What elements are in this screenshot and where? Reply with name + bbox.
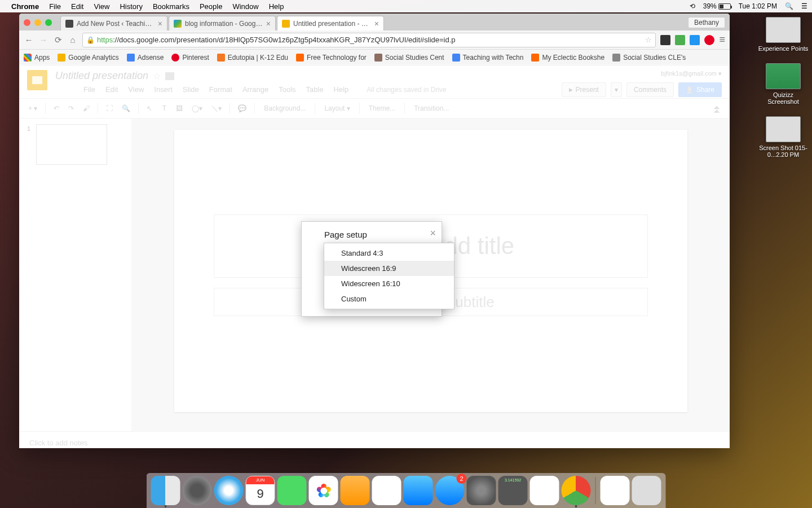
pinterest-extension-icon[interactable] — [704, 35, 714, 45]
dock-finder-icon[interactable] — [151, 476, 180, 505]
tab-close-icon[interactable]: × — [374, 19, 379, 28]
bookmark-item[interactable]: Teaching with Techn — [452, 54, 524, 62]
chrome-profile-button[interactable]: Bethany — [688, 17, 725, 28]
omnibox[interactable]: 🔒 https://docs.google.com/presentation/d… — [82, 33, 656, 47]
dock-keynote-icon[interactable] — [404, 476, 433, 505]
menu-edit[interactable]: Edit — [105, 85, 118, 94]
browser-tab-active[interactable]: Untitled presentation - Goo × — [277, 16, 384, 30]
spotlight-icon[interactable]: 🔍 — [785, 2, 793, 10]
undo-button[interactable]: ↶ — [50, 101, 63, 116]
desktop-file[interactable]: Experience Points — [758, 17, 809, 52]
close-window-button[interactable] — [24, 19, 30, 26]
reload-button[interactable]: ⟳ — [53, 35, 63, 45]
bookmark-item[interactable]: Social Studies CLE's — [612, 54, 686, 62]
menu-format[interactable]: Format — [209, 85, 232, 94]
menu-view[interactable]: View — [128, 85, 144, 94]
back-button[interactable]: ← — [24, 35, 34, 45]
user-email[interactable]: bjfink1s@gmail.com — [661, 70, 722, 77]
star-document-icon[interactable]: ☆ — [153, 71, 161, 81]
menu-tools[interactable]: Tools — [279, 85, 295, 94]
layout-button[interactable]: Layout ▾ — [320, 102, 354, 115]
browser-tab[interactable]: Add New Post ‹ Teaching w × — [60, 16, 167, 30]
dock-settings-icon[interactable] — [467, 476, 496, 505]
document-title[interactable]: Untitled presentation — [55, 70, 148, 82]
background-button[interactable]: Background... — [259, 102, 310, 115]
maximize-window-button[interactable] — [45, 19, 52, 26]
home-button[interactable]: ⌂ — [68, 35, 78, 45]
notification-center-icon[interactable]: ☰ — [801, 2, 807, 10]
bookmark-item[interactable]: Adsense — [127, 54, 164, 62]
bookmark-item[interactable]: Edutopia | K-12 Edu — [217, 54, 288, 62]
menu-people[interactable]: People — [200, 2, 222, 11]
comment-tool-button[interactable]: 💬 — [235, 101, 250, 116]
bookmark-apps[interactable]: Apps — [24, 54, 50, 62]
bookmark-item[interactable]: Pinterest — [171, 54, 209, 62]
speaker-notes[interactable]: Click to add notes — [19, 431, 730, 448]
desktop-file[interactable]: Screen Shot 015-0...2.20 PM — [758, 116, 809, 158]
filmstrip[interactable]: 1 — [19, 119, 132, 431]
shape-tool-button[interactable]: ◯▾ — [188, 101, 206, 116]
collapse-toolbar-icon[interactable] — [709, 100, 724, 117]
menu-file[interactable]: File — [49, 2, 61, 11]
slides-logo-icon[interactable] — [27, 70, 47, 90]
select-tool-button[interactable]: ↖ — [143, 101, 156, 116]
menu-file[interactable]: File — [83, 85, 95, 94]
dock-trash-icon[interactable] — [632, 476, 661, 505]
dock-calculator-icon[interactable]: 3.141592 — [498, 476, 528, 505]
chrome-menu-icon[interactable]: ≡ — [719, 34, 725, 46]
dock-pages-icon[interactable] — [341, 476, 370, 505]
dropbox-icon[interactable]: ⟲ — [690, 2, 695, 10]
bookmark-item[interactable]: Social Studies Cent — [374, 54, 444, 62]
dock-appstore-icon[interactable]: 2 — [435, 476, 465, 505]
share-button[interactable]: Share — [678, 82, 722, 97]
menu-help[interactable]: Help — [269, 2, 284, 11]
dock-numbers-icon[interactable] — [372, 476, 401, 505]
dock-safari-icon[interactable] — [214, 476, 244, 505]
menu-view[interactable]: View — [94, 2, 109, 11]
tab-close-icon[interactable]: × — [158, 19, 162, 28]
dock-chrome-icon[interactable] — [562, 476, 591, 505]
menu-help[interactable]: Help — [334, 85, 349, 94]
comments-button[interactable]: Comments — [626, 82, 674, 97]
dropdown-option-custom[interactable]: Custom — [324, 291, 454, 306]
minimize-window-button[interactable] — [34, 19, 41, 26]
bookmark-item[interactable]: Free Technology for — [296, 54, 367, 62]
extension-icon[interactable] — [660, 35, 670, 45]
zoom-fit-button[interactable]: ⛶ — [103, 101, 116, 116]
tab-close-icon[interactable]: × — [266, 19, 271, 28]
menu-window[interactable]: Window — [232, 2, 258, 11]
clock[interactable]: Tue 1:02 PM — [739, 2, 777, 10]
dropdown-option-widescreen-1610[interactable]: Widescreen 16:10 — [324, 276, 454, 291]
paint-format-button[interactable]: 🖌 — [80, 101, 93, 116]
dropdown-option-standard[interactable]: Standard 4:3 — [324, 246, 454, 261]
menu-bookmarks[interactable]: Bookmarks — [153, 2, 189, 11]
bookmark-item[interactable]: Google Analytics — [58, 54, 118, 62]
slide-thumbnail[interactable] — [36, 124, 107, 165]
menu-history[interactable]: History — [120, 2, 142, 11]
line-tool-button[interactable]: ＼▾ — [208, 101, 225, 116]
textbox-tool-button[interactable]: T — [158, 101, 170, 116]
present-dropdown-button[interactable]: ▾ — [611, 82, 622, 97]
app-menu[interactable]: Chrome — [11, 2, 39, 11]
menu-table[interactable]: Table — [306, 85, 324, 94]
forward-button[interactable]: → — [38, 35, 48, 45]
dock-photos-icon[interactable] — [309, 476, 338, 505]
dock-slides-file-icon[interactable] — [601, 476, 630, 505]
dock-calendar-icon[interactable]: JUN 9 — [246, 476, 275, 505]
bookmark-item[interactable]: My Eclectic Bookshe — [531, 54, 604, 62]
theme-button[interactable]: Theme... — [364, 102, 400, 115]
move-to-folder-icon[interactable] — [165, 72, 174, 80]
dock-messages-icon[interactable] — [277, 476, 307, 505]
bookmark-star-icon[interactable]: ☆ — [645, 36, 652, 44]
redo-button[interactable]: ↷ — [65, 101, 77, 116]
desktop-file[interactable]: Quizizz Screenshot — [758, 63, 809, 105]
browser-tab[interactable]: blog information - Google D × — [169, 16, 276, 30]
zoom-tool-button[interactable]: 🔍 — [118, 101, 134, 116]
menu-slide[interactable]: Slide — [183, 85, 199, 94]
transition-button[interactable]: Transition... — [409, 102, 453, 115]
new-slide-button[interactable]: + ▾ — [25, 101, 41, 116]
menu-edit[interactable]: Edit — [71, 2, 83, 11]
menu-arrange[interactable]: Arrange — [242, 85, 268, 94]
extension-icon[interactable] — [675, 35, 685, 45]
dock-launchpad-icon[interactable] — [183, 476, 212, 505]
